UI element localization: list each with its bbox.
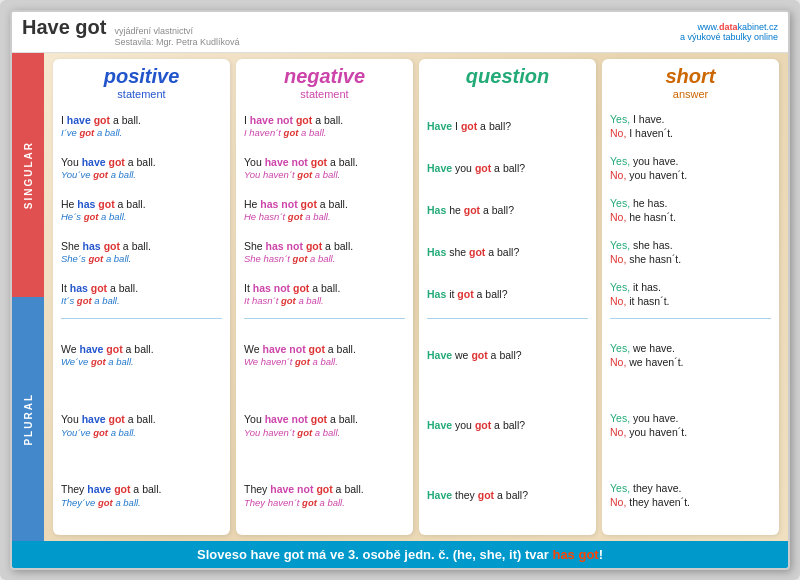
neg-entry-she: She has not got a ball. She hasn´t got a… — [244, 240, 405, 266]
short-entry-it: Yes, it has. No, it hasn´t. — [610, 281, 771, 308]
neg-entry-he: He has not got a ball. He hasn´t got a b… — [244, 198, 405, 224]
short-entry-you-sg: Yes, you have. No, you haven´t. — [610, 155, 771, 182]
q-entry-she: Has she got a ball? — [427, 246, 588, 260]
col-question-subtitle — [427, 88, 588, 100]
divider — [244, 318, 405, 319]
header: Have got vyjádření vlastnictvíSestavila:… — [12, 12, 788, 53]
col-negative-header: negative statement — [236, 59, 413, 104]
divider — [610, 318, 771, 319]
col-question: question Have I got a ball? Have you got… — [419, 59, 596, 535]
singular-section: I have got a ball. I´ve got a ball. You … — [61, 106, 222, 316]
neg-entry-it: It has not got a ball. It hasn´t got a b… — [244, 282, 405, 308]
q-entry-we: Have we got a ball? — [427, 349, 588, 363]
col-negative-subtitle: statement — [244, 88, 405, 100]
sidebar: Singular Plural — [12, 53, 44, 541]
singular-section: Yes, I have. No, I haven´t. Yes, you hav… — [610, 106, 771, 316]
columns-container: positive statement I have got a ball. I´… — [44, 53, 788, 541]
entry-they: They have got a ball. They´ve got a ball… — [61, 483, 222, 509]
singular-section: I have not got a ball. I haven´t got a b… — [244, 106, 405, 316]
col-short-body: Yes, I have. No, I haven´t. Yes, you hav… — [602, 104, 779, 535]
q-entry-i: Have I got a ball? — [427, 120, 588, 134]
short-entry-i: Yes, I have. No, I haven´t. — [610, 113, 771, 140]
col-negative: negative statement I have not got a ball… — [236, 59, 413, 535]
col-question-body: Have I got a ball? Have you got a ball? … — [419, 104, 596, 535]
plural-section: Yes, we have. No, we haven´t. Yes, you h… — [610, 321, 771, 531]
col-short-title: short — [610, 65, 771, 88]
divider — [61, 318, 222, 319]
col-question-title: question — [427, 65, 588, 88]
col-positive-body: I have got a ball. I´ve got a ball. You … — [53, 104, 230, 535]
singular-section: Have I got a ball? Have you got a ball? … — [427, 106, 588, 316]
footer: Sloveso have got má ve 3. osobě jedn. č.… — [12, 541, 788, 568]
short-entry-he: Yes, he has. No, he hasn´t. — [610, 197, 771, 224]
entry-you-pl: You have got a ball. You´ve got a ball. — [61, 413, 222, 439]
entry-we: We have got a ball. We´ve got a ball. — [61, 343, 222, 369]
col-short-header: short answer — [602, 59, 779, 104]
header-subtitle: vyjádření vlastnictvíSestavila: Mgr. Pet… — [114, 26, 239, 48]
col-negative-body: I have not got a ball. I haven´t got a b… — [236, 104, 413, 535]
neg-entry-you-pl: You have not got a ball. You haven´t got… — [244, 413, 405, 439]
q-entry-you-sg: Have you got a ball? — [427, 162, 588, 176]
header-brand: www.datakabinet.cza výukové tabulky onli… — [680, 22, 778, 42]
neg-entry-they: They have not got a ball. They haven´t g… — [244, 483, 405, 509]
short-entry-she: Yes, she has. No, she hasn´t. — [610, 239, 771, 266]
divider — [427, 318, 588, 319]
col-short-answer: short answer Yes, I have. No, I haven´t.… — [602, 59, 779, 535]
col-question-header: question — [419, 59, 596, 104]
q-entry-you-pl: Have you got a ball? — [427, 419, 588, 433]
outer-container: Have got vyjádření vlastnictvíSestavila:… — [0, 0, 800, 580]
q-entry-they: Have they got a ball? — [427, 489, 588, 503]
neg-entry-we: We have not got a ball. We haven´t got a… — [244, 343, 405, 369]
plural-section: We have not got a ball. We haven´t got a… — [244, 321, 405, 531]
entry-it: It has got a ball. It´s got a ball. — [61, 282, 222, 308]
col-positive-title: positive — [61, 65, 222, 88]
col-short-subtitle: answer — [610, 88, 771, 100]
entry-you-sg: You have got a ball. You´ve got a ball. — [61, 156, 222, 182]
short-entry-we: Yes, we have. No, we haven´t. — [610, 342, 771, 369]
neg-entry-i: I have not got a ball. I haven´t got a b… — [244, 114, 405, 140]
col-negative-title: negative — [244, 65, 405, 88]
page-title: Have got — [22, 16, 106, 39]
plural-section: Have we got a ball? Have you got a ball?… — [427, 321, 588, 531]
entry-she: She has got a ball. She´s got a ball. — [61, 240, 222, 266]
entry-he: He has got a ball. He´s got a ball. — [61, 198, 222, 224]
main-content: Singular Plural positive statement — [12, 53, 788, 541]
plural-label: Plural — [12, 297, 44, 541]
q-entry-he: Has he got a ball? — [427, 204, 588, 218]
header-left: Have got vyjádření vlastnictvíSestavila:… — [22, 16, 240, 48]
entry-i: I have got a ball. I´ve got a ball. — [61, 114, 222, 140]
col-positive-subtitle: statement — [61, 88, 222, 100]
short-entry-they: Yes, they have. No, they haven´t. — [610, 482, 771, 509]
footer-text: Sloveso have got má ve 3. osobě jedn. č.… — [197, 547, 603, 562]
short-entry-you-pl: Yes, you have. No, you haven´t. — [610, 412, 771, 439]
singular-label: Singular — [12, 53, 44, 297]
neg-entry-you-sg: You have not got a ball. You haven´t got… — [244, 156, 405, 182]
page: Have got vyjádření vlastnictvíSestavila:… — [10, 10, 790, 570]
plural-section: We have got a ball. We´ve got a ball. Yo… — [61, 321, 222, 531]
col-positive: positive statement I have got a ball. I´… — [53, 59, 230, 535]
col-positive-header: positive statement — [53, 59, 230, 104]
q-entry-it: Has it got a ball? — [427, 288, 588, 302]
